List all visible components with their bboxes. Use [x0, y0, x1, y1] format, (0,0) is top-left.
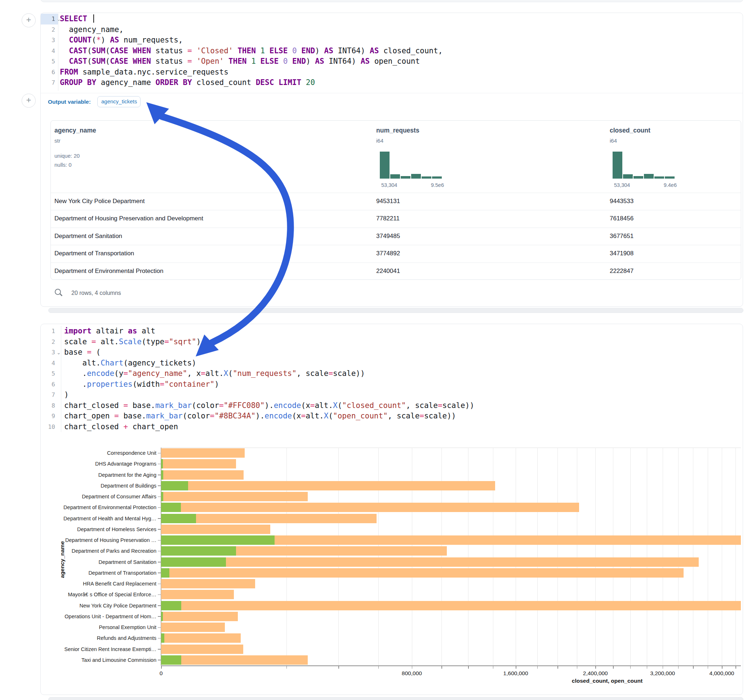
histogram-bar: [634, 176, 643, 179]
y-axis-tick: [158, 551, 161, 552]
y-axis-label: New York City Police Department: [48, 602, 156, 609]
sql-gutter-divider: [58, 14, 58, 91]
code-line[interactable]: base = (: [64, 347, 101, 358]
y-axis-title: agency_name: [59, 541, 66, 578]
table-cell[interactable]: 3471908: [610, 245, 634, 262]
gridline: [577, 448, 577, 665]
x-axis-tick-major: [161, 666, 162, 669]
code-line[interactable]: alt.Chart(agency_tickets): [64, 358, 197, 369]
table-cell[interactable]: Department of Transportation: [54, 245, 134, 262]
histogram-bar: [422, 177, 431, 179]
add-cell-button-middle[interactable]: +: [22, 94, 36, 108]
code-line[interactable]: CAST(SUM(CASE WHEN status = 'Closed' THE…: [60, 46, 443, 57]
bar-closed_count: [161, 459, 236, 468]
x-axis-tick: [378, 666, 379, 669]
table-cell[interactable]: 2222847: [610, 262, 634, 280]
x-axis-tick-label: 1,600,000: [490, 670, 541, 677]
x-axis-tick-label: 800,000: [387, 670, 437, 677]
code-line[interactable]: chart_open = base.mark_bar(color="#8BC34…: [64, 411, 456, 422]
line-number: 4: [41, 46, 55, 57]
code-line[interactable]: .encode(y="agency_name", x=alt.X("num_re…: [64, 368, 365, 379]
table-cell[interactable]: 3774892: [376, 245, 400, 262]
next-cell-edge: [48, 697, 743, 700]
bar-open_count: [161, 568, 169, 578]
y-axis-tick: [158, 573, 161, 573]
code-line[interactable]: ): [64, 389, 69, 400]
column-meta: nulls: 0: [54, 162, 72, 168]
y-axis-label: Correspondence Unit: [48, 450, 156, 456]
gridline: [558, 448, 558, 665]
table-cell[interactable]: Department of Environmental Protection: [54, 262, 163, 280]
code-line[interactable]: chart_closed = base.mark_bar(color="#FFC…: [64, 400, 474, 411]
histogram-bar: [665, 177, 674, 179]
histogram-bar: [655, 177, 664, 179]
y-axis-label: Department of Environmental Protection: [48, 504, 156, 511]
line-number: 2: [41, 337, 55, 347]
sql-cell-bottom-bar[interactable]: [48, 308, 743, 313]
y-axis-label: Personal Exemption Unit: [48, 624, 156, 631]
code-line[interactable]: FROM sample_data.nyc.service_requests: [60, 67, 228, 78]
gridline: [595, 448, 596, 665]
table-cell[interactable]: 3677651: [610, 228, 634, 245]
x-axis-tick: [708, 666, 708, 669]
code-line[interactable]: SELECT: [60, 14, 94, 24]
table-cell[interactable]: 2240041: [376, 262, 400, 280]
code-line[interactable]: GROUP BY agency_name ORDER BY closed_cou…: [60, 77, 315, 88]
sql-editor[interactable]: SELECT agency_name, COUNT(*) AS num_requ…: [60, 14, 737, 91]
table-cell[interactable]: 7782211: [376, 210, 400, 227]
x-axis-tick: [647, 666, 647, 669]
x-axis-line: [161, 665, 741, 666]
table-cell[interactable]: 7618456: [610, 210, 634, 227]
bar-open_count: [161, 601, 181, 610]
line-number: 6: [41, 67, 55, 78]
bar-closed_count: [161, 503, 579, 512]
y-axis-label: Department of Homeless Services: [48, 526, 156, 533]
table-cell[interactable]: Department of Housing Preservation and D…: [54, 210, 203, 227]
table-cell[interactable]: 9453131: [376, 193, 400, 210]
x-axis-tick-label: 3,200,000: [637, 670, 688, 677]
code-line[interactable]: COUNT(*) AS num_requests,: [60, 35, 183, 46]
table-cell[interactable]: 9443533: [610, 193, 634, 210]
bar-closed_count: [161, 601, 741, 610]
y-axis-label: Mayorâ€ s Office of Special Enforce…: [48, 591, 156, 598]
histogram-max-label: 9.5e6: [419, 182, 444, 188]
y-axis-label: Operations Unit - Department of Hom…: [48, 613, 156, 620]
y-axis-tick: [158, 518, 161, 519]
table-cell[interactable]: New York City Police Department: [54, 193, 145, 210]
x-axis-tick: [693, 666, 694, 669]
line-number: 2: [41, 24, 55, 35]
collapse-chevron-icon[interactable]: ⌄: [57, 348, 61, 359]
y-axis-label: HRA Benefit Card Replacement: [48, 581, 156, 587]
x-axis-tick: [630, 666, 631, 669]
bar-closed_count: [161, 568, 683, 578]
x-axis-tick: [577, 666, 578, 669]
bar-closed_count: [161, 590, 234, 599]
code-line[interactable]: scale = alt.Scale(type="sqrt"): [64, 337, 201, 347]
code-line[interactable]: import altair as alt: [64, 326, 155, 337]
column-header[interactable]: agency_name: [54, 127, 96, 134]
add-cell-button-top[interactable]: +: [22, 13, 36, 27]
code-line[interactable]: CAST(SUM(CASE WHEN status = 'Open' THEN …: [60, 56, 420, 67]
output-variable-badge[interactable]: agency_tickets: [97, 96, 141, 107]
y-axis-tick: [158, 540, 161, 541]
gridline: [708, 448, 708, 665]
table-cell[interactable]: Department of Sanitation: [54, 228, 122, 245]
column-header[interactable]: num_requests: [376, 127, 419, 134]
code-line[interactable]: .properties(width="container"): [64, 379, 219, 390]
bar-closed_count: [161, 525, 270, 534]
bar-closed_count: [161, 655, 308, 665]
line-number: 9: [41, 411, 55, 422]
gridline: [516, 448, 516, 665]
histogram-bar: [644, 174, 654, 179]
code-line[interactable]: chart_closed + chart_open: [64, 422, 178, 433]
y-axis-tick: [158, 638, 161, 639]
y-axis-domain: [161, 448, 162, 665]
line-number: 5: [41, 56, 55, 67]
code-line[interactable]: agency_name,: [60, 24, 124, 35]
bar-closed_count: [161, 481, 495, 490]
python-editor[interactable]: import altair as altscale = alt.Scale(ty…: [64, 326, 738, 432]
table-cell[interactable]: 3749485: [376, 228, 400, 245]
column-header[interactable]: closed_count: [610, 127, 650, 134]
y-axis-tick: [158, 616, 161, 617]
line-number: 7: [41, 389, 55, 400]
